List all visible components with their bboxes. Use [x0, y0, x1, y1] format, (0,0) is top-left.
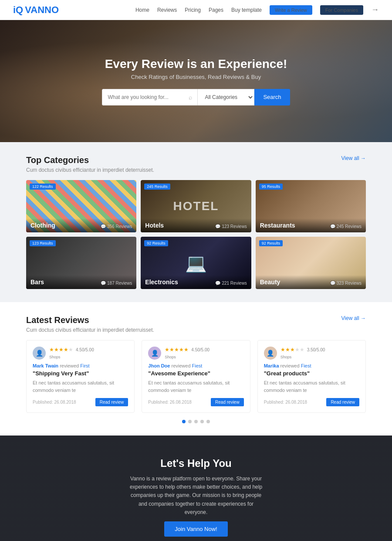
brand-logo[interactable]: iQ VANNO	[13, 4, 61, 16]
clothing-name: Clothing	[30, 222, 55, 229]
search-icon: ⌕	[189, 94, 192, 101]
reviews-grid: 👤 ★★★★★ 4.50/5.00 Shops Mark Twain revie…	[26, 340, 366, 413]
review-1-rating: 4.50/5.00	[76, 347, 94, 352]
category-select[interactable]: All Categories Clothing Hotels Restauran…	[198, 89, 254, 105]
help-body: Vanno is a review platform open to every…	[126, 475, 266, 517]
bars-reviews: 💬 187 Reviews	[101, 281, 132, 286]
dot-2[interactable]	[188, 420, 192, 423]
write-review-button[interactable]: Write a Review	[270, 5, 312, 15]
categories-view-all[interactable]: View all	[341, 155, 366, 161]
read-review-3-button[interactable]: Read review	[326, 398, 359, 406]
review-1-body: Et nec tantas accusamus salutatus, sit c…	[33, 379, 128, 394]
review-3-footer: Published: 26.08.2018 Read review	[264, 398, 359, 406]
nav-pricing[interactable]: Pricing	[185, 7, 201, 13]
review-2-footer: Published: 26.08.2018 Read review	[148, 398, 243, 406]
logo-icon: iQ	[13, 4, 23, 16]
categories-title-block: Top Categories Cum doctus civibus effici…	[26, 155, 154, 173]
review-2-date: Published: 26.08.2018	[148, 400, 192, 405]
electronics-reviews: 💬 221 Reviews	[215, 281, 247, 286]
category-card-restaurants[interactable]: 95 Results Restaurants 💬 245 Reviews	[256, 180, 366, 232]
help-section: Let's Help You Vanno is a review platfor…	[0, 436, 392, 541]
dot-4[interactable]	[200, 420, 204, 423]
categories-header: Top Categories Cum doctus civibus effici…	[26, 155, 366, 173]
categories-subtitle: Cum doctus civibus efficiantur in imperd…	[26, 167, 154, 173]
comment-icon: 💬	[215, 281, 220, 286]
category-card-bars[interactable]: 123 Results Bars 💬 187 Reviews	[26, 237, 136, 289]
reviews-header: Latest Reviews Cum doctus civibus effici…	[26, 315, 366, 333]
search-input[interactable]	[108, 94, 189, 100]
review-card-3: 👤 ★★★★★ 3.50/5.00 Shops Marika reviewed …	[257, 340, 366, 413]
restaurants-overlay: Restaurants 💬 245 Reviews	[256, 218, 366, 232]
review-2-body: Et nec tantas accusamus salutatus, sit c…	[148, 379, 243, 394]
category-card-hotels[interactable]: HOTEL 245 Results Hotels 💬 123 Reviews	[141, 180, 251, 232]
electronics-overlay: Electronics 💬 221 Reviews	[141, 275, 251, 289]
comment-icon: 💬	[101, 224, 106, 229]
beauty-name: Beauty	[260, 279, 280, 286]
clothing-overlay: Clothing 💬 356 Reviews	[26, 218, 136, 232]
bars-overlay: Bars 💬 187 Reviews	[26, 275, 136, 289]
hotels-overlay: Hotels 💬 123 Reviews	[141, 218, 251, 232]
category-card-beauty[interactable]: 92 Results Beauty 💬 323 Reviews	[256, 237, 366, 289]
review-card-1: 👤 ★★★★★ 4.50/5.00 Shops Mark Twain revie…	[26, 340, 135, 413]
beauty-badge: 92 Results	[259, 240, 283, 246]
review-2-rating-row: ★★★★★ 4.50/5.00	[165, 347, 243, 353]
search-button[interactable]: Search	[254, 89, 290, 105]
nav-buy-template[interactable]: Buy template	[231, 7, 262, 13]
review-2-tag: Shops	[165, 355, 176, 359]
reviewer-1-name: Mark Twain reviewed First	[33, 363, 128, 368]
review-2-rating: 4.50/5.00	[191, 347, 210, 352]
read-review-2-button[interactable]: Read review	[211, 398, 244, 406]
bars-badge: 123 Results	[30, 240, 56, 246]
category-card-electronics[interactable]: 💻 92 Results Electronics 💬 221 Reviews	[141, 237, 251, 289]
nav-home[interactable]: Home	[135, 7, 149, 13]
dot-5[interactable]	[206, 420, 210, 423]
hotels-name: Hotels	[145, 222, 164, 229]
navbar: iQ VANNO Home Reviews Pricing Pages Buy …	[0, 0, 392, 20]
hotels-reviews: 💬 123 Reviews	[215, 224, 247, 229]
reviewer-1-avatar: 👤	[33, 347, 46, 360]
electronics-badge: 92 Results	[144, 240, 168, 246]
review-1-rating-row: ★★★★★ 4.50/5.00	[49, 347, 128, 353]
review-3-rating: 3.50/5.00	[307, 347, 325, 352]
review-1-header: 👤 ★★★★★ 4.50/5.00 Shops	[33, 347, 128, 360]
search-bar: ⌕ All Categories Clothing Hotels Restaur…	[102, 89, 290, 105]
review-1-title: "Shipping Very Fast"	[33, 370, 128, 377]
beauty-reviews: 💬 323 Reviews	[330, 281, 362, 286]
latest-reviews-section: Latest Reviews Cum doctus civibus effici…	[0, 302, 392, 436]
review-1-date: Published: 26.08.2018	[33, 400, 76, 405]
review-3-tag: Shops	[280, 355, 292, 359]
dot-1[interactable]	[182, 420, 186, 423]
brand-name: VANNO	[25, 4, 59, 16]
reviews-view-all[interactable]: View all	[341, 315, 366, 321]
restaurants-badge: 95 Results	[259, 184, 283, 190]
review-3-meta: ★★★★★ 3.50/5.00 Shops	[280, 347, 359, 360]
read-review-1-button[interactable]: Read review	[95, 398, 128, 406]
review-card-2: 👤 ★★★★★ 4.50/5.00 Shops Jhon Doe reviewe…	[142, 340, 250, 413]
restaurants-reviews: 💬 245 Reviews	[330, 224, 362, 229]
help-title: Let's Help You	[13, 457, 379, 470]
category-card-clothing[interactable]: 122 Results Clothing 💬 356 Reviews	[26, 180, 136, 232]
comment-icon: 💬	[330, 281, 335, 286]
pagination-dots	[26, 413, 366, 427]
hero-section: Every Review is an Experience! Check Rat…	[0, 20, 392, 142]
user-icon[interactable]: →	[371, 5, 379, 14]
comment-icon: 💬	[215, 224, 220, 229]
clothing-reviews: 💬 356 Reviews	[101, 224, 132, 229]
review-3-body: Et nec tantas accusamus salutatus, sit c…	[264, 379, 359, 394]
review-1-footer: Published: 26.08.2018 Read review	[33, 398, 128, 406]
reviewer-2-name: Jhon Doe reviewed Fiest	[148, 363, 243, 368]
nav-links: Home Reviews Pricing Pages Buy template …	[135, 5, 379, 15]
comment-icon: 💬	[330, 224, 335, 229]
review-1-meta: ★★★★★ 4.50/5.00 Shops	[49, 347, 128, 360]
for-companies-button[interactable]: For Companies	[320, 5, 363, 15]
categories-grid: 122 Results Clothing 💬 356 Reviews HOTEL…	[26, 180, 366, 289]
review-1-tag: Shops	[49, 355, 61, 359]
dot-3[interactable]	[194, 420, 198, 423]
review-2-header: 👤 ★★★★★ 4.50/5.00 Shops	[148, 347, 243, 360]
hotels-badge: 245 Results	[144, 184, 170, 190]
nav-reviews[interactable]: Reviews	[157, 7, 177, 13]
reviewer-3-avatar: 👤	[264, 347, 277, 360]
nav-pages[interactable]: Pages	[209, 7, 223, 13]
join-button[interactable]: Join Vanno Now!	[164, 521, 227, 537]
review-2-stars: ★★★★★	[165, 347, 189, 353]
